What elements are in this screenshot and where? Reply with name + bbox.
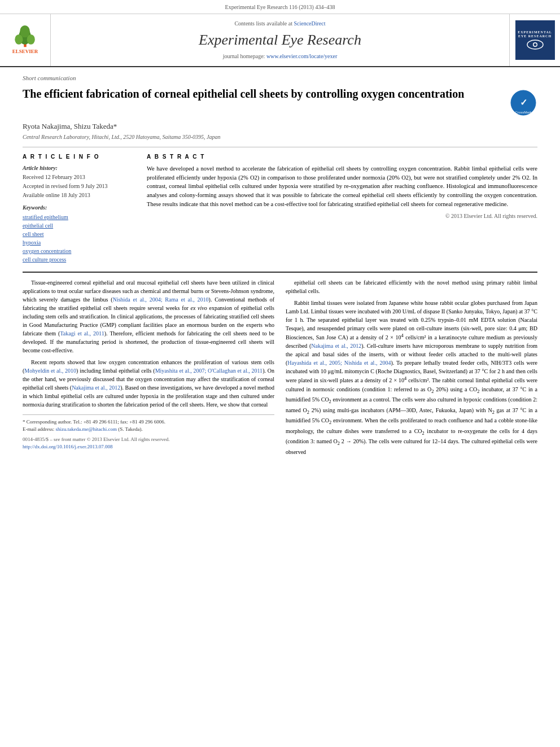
keyword-1[interactable]: stratified epithelium [23, 213, 135, 221]
divider-1 [23, 147, 537, 147]
keywords-section: Keywords: stratified epithelium epitheli… [23, 204, 135, 264]
contents-line: Contents lists available at ScienceDirec… [234, 20, 325, 28]
body-divider [23, 272, 537, 273]
elsevier-logo: ELSEVIER [10, 25, 41, 55]
copyright-line: © 2013 Elsevier Ltd. All rights reserved… [147, 212, 537, 220]
article-info-abstract: A R T I C L E I N F O Article history: R… [23, 153, 537, 264]
journal-logo-box: EXPERIMENTAL EYE RESEARCH [515, 20, 555, 60]
body-p1: Tissue-engineered corneal epithelial and… [23, 278, 274, 355]
authors: Ryota Nakajima, Shizu Takeda* [23, 121, 537, 132]
ref-takagi[interactable]: Takagi et al., 2011 [60, 330, 104, 337]
keyword-2[interactable]: epithelial cell [23, 221, 135, 230]
sciencedirect-link[interactable]: ScienceDirect [294, 20, 325, 27]
keyword-3[interactable]: cell sheet [23, 230, 135, 238]
body-col-right: epithelial cell sheets can be fabricated… [286, 278, 537, 460]
svg-point-4 [20, 25, 30, 37]
received-date: Received 12 February 2013 [23, 173, 135, 181]
elsevier-logo-area: ELSEVIER [0, 14, 51, 66]
ref-miyashita[interactable]: Miyashita et al., 2007; O'Callaghan et a… [155, 368, 262, 374]
keywords-label: Keywords: [23, 204, 135, 212]
journal-header: ELSEVIER Contents lists available at Sci… [0, 14, 560, 67]
oa-line: 0014-4835/$ – see front matter © 2013 El… [23, 436, 274, 444]
article-title-row: The efficient fabrication of corneal epi… [23, 86, 537, 117]
footnote-corresponding: * Corresponding author. Tel.: +81 49 296… [23, 418, 274, 426]
keyword-5[interactable]: oxygen concentration [23, 247, 135, 255]
crossmark: ✓ CrossMark [509, 89, 537, 117]
ref-nakajima2012b[interactable]: Nakajima et al., 2012 [311, 343, 361, 349]
svg-point-7 [533, 43, 536, 46]
ref-hayashida[interactable]: Hayashida et al., 2005; Nishida et al., … [287, 360, 391, 366]
ref-nishida[interactable]: Nishida et al., 2004; Rama et al., 2010 [113, 296, 209, 303]
body-col2-p1: epithelial cell sheets can be fabricated… [286, 278, 537, 295]
email-link[interactable]: shizu.takeda.me@hitachi.com [55, 426, 117, 432]
journal-title: Experimental Eye Research [199, 30, 361, 50]
journal-citation: Experimental Eye Research 116 (2013) 434… [225, 4, 335, 10]
top-bar: Experimental Eye Research 116 (2013) 434… [0, 0, 560, 14]
doi-link[interactable]: http://dx.doi.org/10.1016/j.exer.2013.07… [23, 444, 113, 449]
keyword-6[interactable]: cell culture process [23, 255, 135, 264]
abstract-col: A B S T R A C T We have developed a nove… [147, 153, 537, 264]
body-content: Tissue-engineered corneal epithelial and… [23, 278, 537, 460]
article-type: Short communication [23, 74, 537, 82]
journal-logo-area: EXPERIMENTAL EYE RESEARCH [509, 14, 560, 66]
body-col-left: Tissue-engineered corneal epithelial and… [23, 278, 274, 460]
article-info-heading: A R T I C L E I N F O [23, 153, 135, 161]
footnote-email: E-mail address: shizu.takeda.me@hitachi.… [23, 426, 274, 434]
affiliation: Central Research Laboratory, Hitachi, Lt… [23, 133, 537, 141]
main-content: Short communication The efficient fabric… [0, 67, 560, 465]
revised-date: Accepted in revised form 9 July 2013 [23, 182, 135, 190]
body-p2: Recent reports showed that low oxygen co… [23, 358, 274, 409]
body-col2-p2: Rabbit limbal tissues were isolated from… [286, 299, 537, 456]
ref-mohyeldin[interactable]: Mohyeldin et al., 2010 [24, 368, 76, 374]
doi-line: http://dx.doi.org/10.1016/j.exer.2013.07… [23, 443, 274, 451]
article-info: A R T I C L E I N F O Article history: R… [23, 153, 135, 264]
homepage-link[interactable]: www.elsevier.com/locate/yexer [266, 53, 337, 59]
journal-homepage: journal homepage: www.elsevier.com/locat… [223, 53, 338, 60]
footnote-area: * Corresponding author. Tel.: +81 49 296… [23, 414, 274, 451]
available-date: Available online 18 July 2013 [23, 191, 135, 199]
svg-text:CrossMark: CrossMark [515, 111, 532, 114]
keyword-4[interactable]: hypoxia [23, 238, 135, 247]
ref-nakajima2012[interactable]: Nakajima et al., 2012 [72, 385, 120, 391]
history-label: Article history: [23, 164, 135, 172]
elsevier-text: ELSEVIER [12, 48, 38, 55]
journal-header-center: Contents lists available at ScienceDirec… [51, 14, 509, 66]
abstract-text: We have developed a novel method to acce… [147, 164, 537, 209]
abstract-heading: A B S T R A C T [147, 153, 537, 161]
article-title: The efficient fabrication of corneal epi… [23, 86, 509, 101]
svg-text:✓: ✓ [520, 98, 527, 107]
